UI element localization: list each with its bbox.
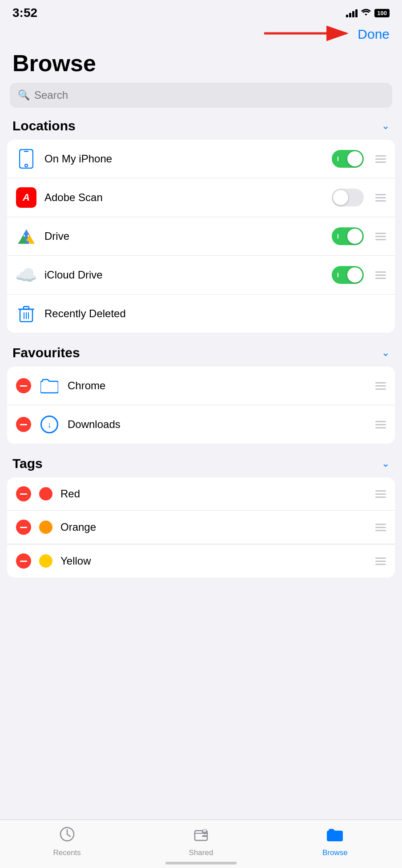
status-icons: 100 [346, 8, 390, 18]
tab-shared[interactable]: Shared [134, 826, 268, 857]
drive-toggle[interactable] [332, 227, 364, 245]
tag-orange-row: Orange [7, 511, 395, 544]
tags-chevron-icon[interactable]: ⌄ [382, 458, 390, 469]
home-indicator [165, 862, 237, 864]
tab-recents-label: Recents [53, 848, 80, 857]
orange-tag-minus-button[interactable] [16, 520, 31, 535]
page-title: Browse [0, 45, 402, 83]
favourites-card: Chrome ↓ Downloads [7, 367, 395, 444]
favourites-chrome-row: Chrome [7, 367, 395, 405]
svg-point-4 [25, 164, 28, 167]
favourites-title: Favourites [12, 345, 80, 360]
icloud-drag-handle[interactable] [375, 271, 386, 279]
chrome-drag-handle[interactable] [375, 382, 386, 390]
drive-icon [16, 226, 36, 246]
trash-row-label: Recently Deleted [44, 307, 386, 320]
locations-chevron-icon[interactable]: ⌄ [382, 120, 390, 132]
status-bar: 3:52 100 [0, 0, 402, 22]
battery-icon: 100 [374, 9, 390, 17]
svg-rect-2 [20, 149, 33, 168]
orange-tag-label: Orange [60, 521, 364, 533]
locations-icloud-row: ☁️ iCloud Drive [7, 256, 395, 295]
iphone-toggle[interactable] [332, 150, 364, 168]
tab-shared-label: Shared [189, 848, 213, 857]
yellow-tag-dot [39, 554, 52, 568]
favourites-downloads-row: ↓ Downloads [7, 405, 395, 444]
chrome-row-label: Chrome [68, 379, 364, 392]
iphone-icon [16, 149, 36, 169]
tab-recents[interactable]: Recents [0, 826, 134, 857]
adobe-icon: A [16, 187, 36, 208]
tab-browse[interactable]: Browse [268, 826, 402, 857]
yellow-tag-minus-button[interactable] [16, 553, 31, 569]
search-bar[interactable]: 🔍 [10, 83, 392, 108]
chrome-minus-button[interactable] [16, 378, 31, 393]
downloads-drag-handle[interactable] [375, 421, 386, 428]
yellow-tag-label: Yellow [60, 555, 364, 567]
search-icon: 🔍 [18, 89, 30, 101]
locations-card: On My iPhone A Adobe Scan [7, 140, 395, 333]
svg-line-18 [67, 834, 70, 836]
yellow-tag-drag-handle[interactable] [375, 557, 386, 565]
red-tag-dot [39, 487, 52, 501]
locations-section-header: Locations ⌄ [0, 118, 402, 140]
arrow-annotation [264, 24, 353, 44]
search-input[interactable] [34, 89, 384, 101]
tag-yellow-row: Yellow [7, 544, 395, 577]
drive-row-label: Drive [44, 230, 324, 242]
header-row: Done [0, 23, 402, 45]
drive-drag-handle[interactable] [375, 233, 386, 240]
locations-adobe-row: A Adobe Scan [7, 178, 395, 217]
locations-trash-row: Recently Deleted [7, 295, 395, 333]
red-tag-minus-button[interactable] [16, 486, 31, 501]
red-tag-label: Red [60, 488, 364, 500]
adobe-toggle[interactable] [332, 189, 364, 206]
svg-rect-3 [24, 151, 28, 152]
tab-browse-label: Browse [322, 848, 348, 857]
orange-tag-dot [39, 521, 52, 534]
recents-icon [59, 826, 75, 846]
icloud-toggle[interactable] [332, 266, 364, 284]
svg-point-21 [203, 829, 206, 832]
adobe-drag-handle[interactable] [375, 194, 386, 202]
downloads-minus-button[interactable] [16, 417, 31, 432]
tags-title: Tags [12, 456, 43, 471]
downloads-icon: ↓ [39, 414, 60, 435]
favourites-chevron-icon[interactable]: ⌄ [382, 347, 390, 359]
locations-title: Locations [12, 118, 76, 133]
icloud-icon: ☁️ [16, 265, 36, 285]
done-button[interactable]: Done [358, 27, 390, 42]
wifi-icon [361, 8, 371, 18]
icloud-row-label: iCloud Drive [44, 269, 324, 281]
locations-drive-row: Drive [7, 217, 395, 256]
shared-icon [193, 826, 209, 846]
status-time: 3:52 [12, 6, 37, 20]
svg-rect-12 [24, 307, 29, 309]
favourites-section-header: Favourites ⌄ [0, 345, 402, 367]
iphone-row-label: On My iPhone [44, 153, 324, 165]
signal-bars-icon [346, 8, 358, 17]
trash-icon [16, 303, 36, 324]
tab-bar: Recents Shared Browse [0, 820, 402, 868]
orange-tag-drag-handle[interactable] [375, 524, 386, 531]
tags-section-header: Tags ⌄ [0, 456, 402, 477]
iphone-drag-handle[interactable] [375, 155, 386, 163]
red-tag-drag-handle[interactable] [375, 490, 386, 498]
locations-iphone-row: On My iPhone [7, 140, 395, 178]
downloads-row-label: Downloads [68, 418, 364, 431]
adobe-row-label: Adobe Scan [44, 191, 324, 204]
tag-red-row: Red [7, 477, 395, 511]
tags-card: Red Orange Yellow [7, 477, 395, 577]
browse-icon [327, 826, 343, 846]
chrome-folder-icon [39, 375, 60, 396]
download-circle-icon: ↓ [40, 416, 58, 433]
